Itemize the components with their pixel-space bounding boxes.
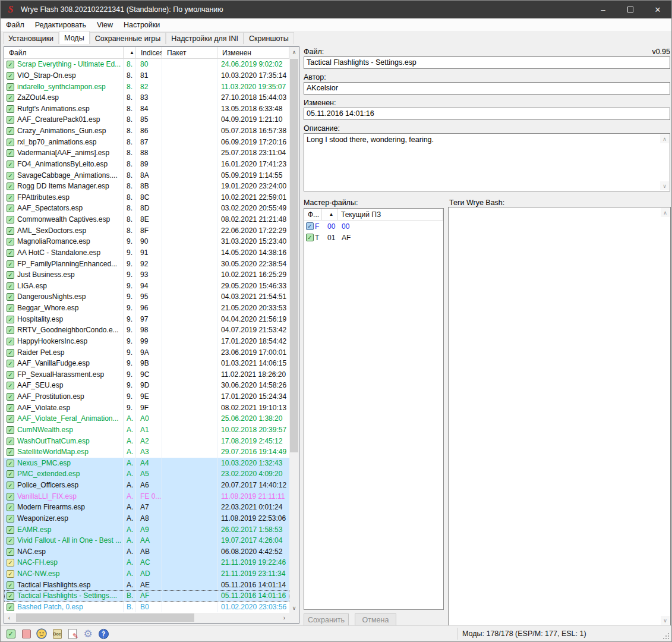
tab-installers[interactable]: Установщики: [3, 32, 59, 44]
pink-square-icon[interactable]: [21, 628, 31, 639]
mod-checkbox[interactable]: ✓: [4, 536, 17, 545]
mod-checkbox[interactable]: ✓: [4, 404, 17, 412]
scroll-left-icon[interactable]: ‹: [4, 613, 14, 623]
mod-checkbox[interactable]: ✓: [4, 348, 17, 357]
table-row[interactable]: ✓Weaponizer.espA.A811.08.2019 22:53:06: [4, 513, 289, 524]
table-row[interactable]: ✓AAF_Spectators.esp8.8D03.02.2020 20:55:…: [4, 203, 289, 214]
table-row[interactable]: ✓rxl_bp70_animations.esp8.8706.09.2019 1…: [4, 136, 289, 147]
mod-checkbox[interactable]: ✓: [4, 292, 17, 301]
mod-checkbox[interactable]: ✓: [4, 115, 17, 124]
table-row[interactable]: ✓FP_SexualHarassment.esp9.9C11.02.2021 1…: [4, 369, 289, 380]
auto-ghost-checkbox-icon[interactable]: ✓: [5, 628, 16, 639]
mod-checkbox[interactable]: ✓: [4, 547, 17, 556]
table-row[interactable]: ✓Bashed Patch, 0.espB.B001.02.2020 23:03…: [4, 602, 289, 613]
table-row[interactable]: ✓MagnoliaRomance.esp9.9031.03.2020 15:23…: [4, 236, 289, 247]
table-row[interactable]: ✓AAF_Violate_Feral_Animation...A.A025.06…: [4, 413, 289, 424]
mod-checkbox[interactable]: ✓: [4, 514, 17, 523]
table-row[interactable]: ✓Vivid Fallout - All in One - Best ...A.…: [4, 535, 289, 546]
mod-checkbox[interactable]: ✓: [4, 326, 17, 334]
tab-screenshots[interactable]: Скриншоты: [244, 32, 294, 44]
mod-checkbox[interactable]: ✓: [4, 282, 17, 290]
table-row[interactable]: ✓Tactical Flashlights - Settings....B.AF…: [4, 590, 289, 602]
tab-saves[interactable]: Сохраненные игры: [90, 32, 166, 44]
table-row[interactable]: ✓AAF_Violate.esp9.9F08.02.2021 19:10:13: [4, 402, 289, 413]
mods-horizontal-scrollbar[interactable]: ‹ ›: [4, 613, 289, 623]
mod-checkbox[interactable]: ✓: [4, 492, 17, 501]
mod-checkbox[interactable]: ✓: [4, 138, 17, 146]
gear-icon[interactable]: ⚙: [83, 628, 93, 639]
table-row[interactable]: ✓LIGA.esp9.9429.05.2020 15:46:33: [4, 281, 289, 292]
mod-checkbox[interactable]: ✓: [4, 304, 17, 312]
mod-checkbox[interactable]: ✓: [4, 503, 17, 511]
mod-checkbox[interactable]: ✓: [4, 481, 17, 489]
scroll-up-icon[interactable]: ∧: [661, 208, 670, 217]
table-row[interactable]: ✓WashOutThatCum.espA.A217.08.2019 2:45:1…: [4, 435, 289, 446]
mod-checkbox[interactable]: ✓: [4, 204, 17, 212]
description-field[interactable]: Long I stood there, wondering, fearing. …: [304, 133, 670, 191]
scrollbar-thumb[interactable]: [290, 59, 298, 452]
table-row[interactable]: ✓AAF_CreaturePack01.esp8.8504.09.2019 1:…: [4, 114, 289, 125]
mod-checkbox[interactable]: ✓: [4, 237, 17, 246]
table-row[interactable]: ✓Scrap Everything - Ultimate Ed...8.8024…: [4, 59, 289, 70]
master-row[interactable]: ✓F0000: [304, 221, 443, 232]
mod-checkbox[interactable]: ✓: [4, 392, 17, 401]
save-button[interactable]: Сохранить: [304, 613, 349, 627]
menu-file[interactable]: Файл: [1, 18, 30, 31]
table-row[interactable]: ✓Commonwealth Captives.esp8.8E08.02.2021…: [4, 214, 289, 225]
sort-ascending-icon[interactable]: ▲: [124, 47, 136, 58]
scrollbar-thumb[interactable]: [16, 613, 194, 622]
help-icon[interactable]: ?: [98, 628, 109, 639]
table-row[interactable]: ✓EAMR.espA.A926.02.2017 1:58:53: [4, 524, 289, 535]
sort-ascending-icon[interactable]: ▲: [322, 209, 337, 220]
table-row[interactable]: ✓VanillaLLI_FIX.espA.FE 0...11.08.2019 2…: [4, 490, 289, 502]
column-header-master-file[interactable]: Ф...: [304, 209, 322, 220]
table-row[interactable]: ✓VIO_Strap-On.esp8.8110.03.2020 17:35:14: [4, 70, 289, 81]
table-row[interactable]: ✓Tactical Flashlights.espA.AE05.11.2016 …: [4, 579, 289, 590]
scroll-right-icon[interactable]: ›: [279, 613, 289, 623]
table-row[interactable]: ✓SatelliteWorldMap.espA.A329.07.2016 19:…: [4, 446, 289, 458]
table-row[interactable]: ✓HappyHookersInc.esp9.9917.01.2020 18:54…: [4, 336, 289, 347]
maximize-button[interactable]: [617, 1, 644, 18]
table-row[interactable]: ✓NAC-FH.espA.AC21.11.2019 19:22:46: [4, 557, 289, 568]
mod-checkbox[interactable]: ✓: [4, 381, 17, 389]
table-row[interactable]: ✓Rufgt's Animations.esp8.8413.05.2018 6:…: [4, 103, 289, 115]
scroll-up-icon[interactable]: ∧: [660, 134, 669, 143]
table-row[interactable]: ✓Beggar_Whore.esp9.9621.05.2020 20:33:53: [4, 303, 289, 314]
table-row[interactable]: ✓Vadermania[AAF_anims].esp8.8825.07.2018…: [4, 147, 289, 159]
table-row[interactable]: ✓Rogg DD Items Manager.esp8.8B19.01.2020…: [4, 181, 289, 192]
table-row[interactable]: ✓Just Business.esp9.9310.02.2021 16:25:2…: [4, 269, 289, 281]
mod-checkbox[interactable]: ✓: [4, 182, 17, 190]
table-row[interactable]: ✓indarello_synthclampon.esp8.8211.03.202…: [4, 81, 289, 92]
mod-checkbox[interactable]: ✓: [4, 569, 17, 578]
column-header-modified[interactable]: Изменен: [217, 47, 289, 58]
scroll-up-icon[interactable]: ∧: [289, 47, 299, 57]
menu-view[interactable]: View: [92, 18, 118, 31]
mod-checkbox[interactable]: ✓: [4, 105, 17, 113]
table-row[interactable]: ✓NAC.espA.AB06.08.2020 4:42:52: [4, 546, 289, 558]
bash-tags-field[interactable]: ∧ ∨: [448, 207, 671, 626]
table-row[interactable]: ✓AA HotC - Standalone.esp9.9114.05.2020 …: [4, 247, 289, 259]
mod-checkbox[interactable]: ✓: [4, 591, 17, 600]
close-button[interactable]: ✕: [644, 1, 671, 18]
column-header-package[interactable]: Пакет: [162, 47, 217, 58]
mod-checkbox[interactable]: ✓: [4, 171, 17, 180]
master-checkbox[interactable]: ✓T: [304, 234, 322, 242]
scroll-down-icon[interactable]: ∨: [661, 616, 670, 625]
mod-checkbox[interactable]: ✓: [4, 581, 17, 589]
table-row[interactable]: ✓Crazy_Animations_Gun.esp8.8605.07.2018 …: [4, 125, 289, 137]
mod-checkbox[interactable]: ✓: [4, 315, 17, 323]
resize-grip[interactable]: [663, 633, 670, 640]
table-row[interactable]: ✓FO4_AnimationsByLeito.esp8.8916.01.2020…: [4, 159, 289, 170]
menu-edit[interactable]: Редактировать: [30, 18, 92, 31]
scroll-down-icon[interactable]: ∨: [660, 181, 669, 190]
column-header-indices[interactable]: Indices: [136, 47, 162, 58]
table-row[interactable]: ✓AAF_VanillaFudge.esp9.9B01.03.2021 14:0…: [4, 358, 289, 369]
table-row[interactable]: ✓DangerousNights.esp9.9504.03.2021 21:54…: [4, 291, 289, 303]
mod-checkbox[interactable]: ✓: [4, 437, 17, 445]
mod-checkbox[interactable]: ✓: [4, 93, 17, 102]
mod-checkbox[interactable]: ✓: [4, 459, 17, 467]
table-row[interactable]: ✓CumNWealth.espA.A110.02.2018 20:39:57: [4, 424, 289, 436]
mod-checkbox[interactable]: ✓: [4, 414, 17, 423]
table-row[interactable]: ✓FP_FamilyPlanningEnhanced...9.9230.05.2…: [4, 258, 289, 269]
table-row[interactable]: ✓AAF_SEU.esp9.9D30.06.2020 14:58:26: [4, 380, 289, 391]
